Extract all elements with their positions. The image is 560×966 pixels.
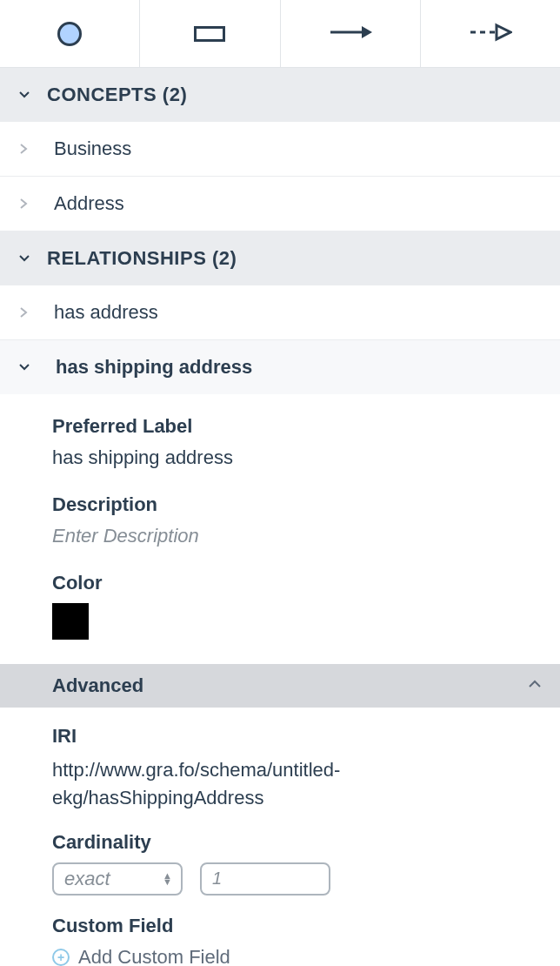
field-color: Color <box>52 572 508 640</box>
chevron-down-icon <box>17 252 31 265</box>
relationship-item-has-shipping-address[interactable]: has shipping address <box>0 340 560 394</box>
detail-panel: Preferred Label has shipping address Des… <box>0 394 560 640</box>
svg-marker-1 <box>362 26 372 38</box>
iri-value[interactable]: http://www.gra.fo/schema/untitled-ekg/ha… <box>52 756 508 812</box>
preferred-label-value[interactable]: has shipping address <box>52 446 508 469</box>
circle-icon <box>57 22 82 46</box>
field-preferred-label: Preferred Label has shipping address <box>52 415 508 469</box>
cardinality-mode-value: exact <box>64 868 110 890</box>
chevron-right-icon <box>17 143 30 155</box>
relationship-item-label: has shipping address <box>56 356 252 379</box>
section-relationships-header[interactable]: RELATIONSHIPS (2) <box>0 231 560 285</box>
chevron-down-icon <box>17 360 31 374</box>
description-title: Description <box>52 493 508 516</box>
chevron-right-icon <box>17 198 30 210</box>
preferred-label-title: Preferred Label <box>52 415 508 438</box>
color-swatch[interactable] <box>52 603 89 640</box>
toolbar-dashed-arrow[interactable] <box>421 0 560 67</box>
field-cardinality: Cardinality exact ▲▼ <box>52 831 508 896</box>
toolbar-circle[interactable] <box>0 0 140 67</box>
chevron-up-icon <box>527 674 543 697</box>
select-stepper-icon: ▲▼ <box>163 873 172 885</box>
dashed-arrow-icon <box>469 23 512 45</box>
add-custom-field-label: Add Custom Field <box>78 946 230 966</box>
advanced-body: IRI http://www.gra.fo/schema/untitled-ek… <box>0 708 560 966</box>
relationship-item-label: has address <box>54 301 158 324</box>
section-relationships-label: RELATIONSHIPS (2) <box>47 247 237 270</box>
chevron-right-icon <box>17 306 30 319</box>
section-concepts-header[interactable]: CONCEPTS (2) <box>0 68 560 122</box>
cardinality-mode-select[interactable]: exact ▲▼ <box>52 862 183 896</box>
cardinality-title: Cardinality <box>52 831 508 854</box>
toolbar-solid-arrow[interactable] <box>281 0 421 67</box>
color-title: Color <box>52 572 508 594</box>
toolbar-rectangle[interactable] <box>140 0 280 67</box>
custom-field-title: Custom Field <box>52 915 508 937</box>
field-iri: IRI http://www.gra.fo/schema/untitled-ek… <box>52 725 508 812</box>
field-custom: Custom Field + Add Custom Field <box>52 915 508 966</box>
concept-item-label: Business <box>54 138 131 160</box>
plus-circle-icon: + <box>52 949 70 966</box>
cardinality-value-input[interactable] <box>200 862 330 896</box>
concept-item-label: Address <box>54 192 124 215</box>
concept-item-address[interactable]: Address <box>0 177 560 231</box>
relationship-item-has-address[interactable]: has address <box>0 285 560 340</box>
concept-item-business[interactable]: Business <box>0 122 560 177</box>
chevron-down-icon <box>17 88 31 102</box>
description-placeholder[interactable]: Enter Description <box>52 525 508 547</box>
add-custom-field-button[interactable]: + Add Custom Field <box>52 946 508 966</box>
field-description: Description Enter Description <box>52 493 508 547</box>
rectangle-icon <box>194 26 225 42</box>
section-concepts-label: CONCEPTS (2) <box>47 84 187 106</box>
solid-arrow-icon <box>329 23 372 44</box>
advanced-header[interactable]: Advanced <box>0 664 560 708</box>
iri-title: IRI <box>52 725 508 748</box>
svg-marker-3 <box>497 25 510 39</box>
toolbar <box>0 0 560 68</box>
advanced-title: Advanced <box>52 674 143 697</box>
